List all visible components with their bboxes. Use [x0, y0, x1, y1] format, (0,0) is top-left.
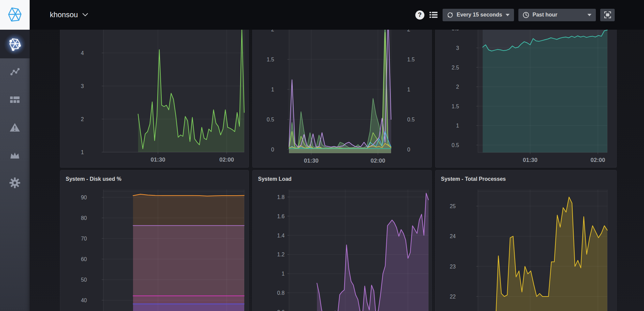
svg-text:1: 1 — [407, 87, 410, 92]
clock-icon — [523, 12, 529, 18]
svg-text:0.5: 0.5 — [407, 117, 415, 122]
panel-list-button[interactable] — [429, 10, 438, 20]
svg-text:70: 70 — [81, 236, 87, 242]
sidebar — [0, 30, 30, 311]
panel-row-1: 123401:3002:00 00.511.5200.511.5201:3002… — [60, 30, 644, 168]
chart-canvas-2[interactable]: 00.511.5200.511.5201:3002:00 — [253, 30, 431, 167]
sparkline-icon — [10, 67, 20, 77]
sidebar-item-settings[interactable] — [0, 169, 30, 197]
svg-text:0: 0 — [407, 147, 410, 152]
panel-system-total-processes: System - Total Processes 22232425 — [435, 170, 617, 311]
topbar-actions: ? Every 15 seconds — [415, 9, 615, 21]
time-range-button[interactable]: Past hour — [518, 9, 596, 21]
svg-text:2: 2 — [407, 30, 410, 32]
svg-text:1.2: 1.2 — [277, 252, 285, 257]
svg-text:1: 1 — [81, 149, 84, 155]
sidebar-item-metrics[interactable] — [0, 58, 30, 86]
list-icon — [429, 11, 438, 18]
panel-title[interactable]: System - Total Processes — [441, 176, 506, 182]
svg-text:3.5: 3.5 — [452, 30, 459, 31]
tiles-icon — [10, 96, 20, 104]
panel-system-disk-used: System - Disk used % 405060708090 — [60, 170, 249, 311]
crown-icon — [10, 151, 20, 159]
warning-triangle-icon — [9, 123, 20, 132]
chart-canvas-4[interactable]: 405060708090 — [60, 190, 249, 311]
svg-text:1: 1 — [282, 271, 285, 277]
sidebar-item-home[interactable] — [0, 30, 30, 58]
panel-1: 123401:3002:00 — [60, 30, 249, 168]
app-logo[interactable] — [0, 0, 30, 30]
caret-down-icon — [506, 14, 510, 16]
chart-canvas-3[interactable]: 0.511.522.533.501:3002:00 — [436, 30, 616, 167]
svg-text:4: 4 — [81, 50, 84, 56]
chart-canvas-6[interactable]: 22232425 — [436, 190, 616, 311]
expand-icon — [604, 11, 611, 19]
time-range-label: Past hour — [533, 12, 557, 18]
panel-2: 00.511.5200.511.5201:3002:00 — [252, 30, 432, 168]
svg-text:22: 22 — [450, 294, 456, 300]
panel-3: 0.511.522.533.501:3002:00 — [435, 30, 617, 168]
sidebar-item-alerts[interactable] — [0, 114, 30, 141]
svg-text:1.4: 1.4 — [277, 233, 285, 238]
svg-text:40: 40 — [81, 298, 87, 303]
panel-system-load: System Load 0.60.811.21.41.61.8 — [252, 170, 432, 311]
refresh-icon — [447, 12, 453, 18]
svg-text:02:00: 02:00 — [590, 157, 605, 163]
network-icon — [7, 37, 22, 52]
svg-text:0.5: 0.5 — [452, 142, 459, 148]
svg-text:1: 1 — [271, 87, 274, 92]
svg-text:0.8: 0.8 — [277, 290, 285, 296]
dashboard-grid: 123401:3002:00 00.511.5200.511.5201:3002… — [30, 30, 644, 311]
refresh-interval-button[interactable]: Every 15 seconds — [443, 9, 514, 21]
logo-polyhedron-icon — [6, 6, 24, 24]
dashboard-title-dropdown[interactable]: khonsou — [50, 10, 88, 19]
svg-text:60: 60 — [81, 256, 87, 262]
panel-title[interactable]: System - Disk used % — [66, 176, 121, 182]
svg-text:3: 3 — [81, 83, 84, 89]
panel-title[interactable]: System Load — [258, 176, 292, 182]
refresh-interval-label: Every 15 seconds — [457, 12, 502, 18]
dashboard-title: khonsou — [50, 10, 78, 19]
chevron-down-icon — [83, 13, 88, 17]
svg-text:02:00: 02:00 — [219, 157, 234, 163]
svg-text:01:30: 01:30 — [151, 157, 165, 163]
svg-text:01:30: 01:30 — [523, 157, 537, 163]
top-bar: khonsou ? — [0, 0, 644, 30]
chart-canvas-5[interactable]: 0.60.811.21.41.61.8 — [253, 190, 431, 311]
svg-text:2: 2 — [456, 84, 459, 90]
svg-text:1.6: 1.6 — [277, 214, 285, 219]
sidebar-item-dashboards[interactable] — [0, 86, 30, 114]
svg-text:1.5: 1.5 — [452, 104, 459, 109]
svg-text:90: 90 — [81, 195, 87, 200]
caret-down-icon — [587, 14, 591, 16]
svg-text:02:00: 02:00 — [371, 158, 385, 164]
svg-text:0.5: 0.5 — [267, 117, 274, 122]
help-button[interactable]: ? — [415, 10, 424, 20]
sidebar-item-premium[interactable] — [0, 141, 30, 169]
svg-text:2: 2 — [81, 116, 84, 122]
svg-text:25: 25 — [450, 203, 456, 209]
chart-canvas-1[interactable]: 123401:3002:00 — [60, 30, 249, 167]
fullscreen-button[interactable] — [600, 9, 615, 21]
svg-text:0: 0 — [271, 147, 274, 152]
panel-row-2: System - Disk used % 405060708090 System… — [60, 170, 644, 311]
svg-text:1.5: 1.5 — [267, 57, 274, 62]
svg-text:1.5: 1.5 — [407, 57, 415, 62]
svg-text:01:30: 01:30 — [304, 158, 318, 164]
svg-text:80: 80 — [81, 215, 87, 221]
svg-text:24: 24 — [450, 233, 456, 239]
help-icon: ? — [418, 11, 422, 19]
svg-text:50: 50 — [81, 277, 87, 283]
svg-text:1.8: 1.8 — [277, 194, 285, 200]
svg-text:2.5: 2.5 — [452, 65, 459, 70]
gear-icon — [9, 177, 20, 188]
svg-text:2: 2 — [271, 30, 274, 32]
svg-text:0.6: 0.6 — [277, 309, 285, 311]
svg-text:1: 1 — [456, 123, 459, 129]
svg-text:23: 23 — [450, 264, 456, 270]
svg-text:3: 3 — [456, 45, 459, 51]
